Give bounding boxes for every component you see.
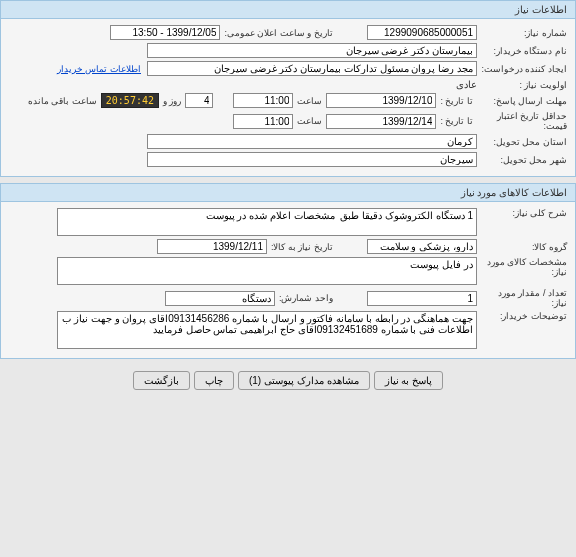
to-date-label-2: تا تاریخ : bbox=[436, 116, 477, 126]
deadline-time-input[interactable] bbox=[233, 93, 293, 108]
back-button[interactable]: بازگشت bbox=[133, 371, 190, 390]
qty-input[interactable] bbox=[367, 291, 477, 306]
notes-label: توضیحات خریدار: bbox=[477, 311, 567, 321]
province-label: استان محل تحویل: bbox=[477, 137, 567, 147]
group-label: گروه کالا: bbox=[477, 242, 567, 252]
attachments-button[interactable]: مشاهده مدارک پیوستی (1) bbox=[238, 371, 370, 390]
goods-panel: اطلاعات کالاهای مورد نیاز شرح کلی نیاز: … bbox=[0, 183, 576, 359]
creator-input[interactable] bbox=[147, 61, 477, 76]
need-date-label: تاریخ نیاز به کالا: bbox=[267, 242, 337, 252]
to-date-label: تا تاریخ : bbox=[436, 96, 477, 106]
time-label-2: ساعت bbox=[293, 116, 326, 126]
deadline-date-input[interactable] bbox=[326, 93, 436, 108]
buyer-org-label: نام دستگاه خریدار: bbox=[477, 46, 567, 56]
min-valid-label: حداقل تاریخ اعتبار قیمت: bbox=[477, 111, 567, 131]
priority-label: اولویت نیاز : bbox=[477, 80, 567, 90]
info-panel-header: اطلاعات نیاز bbox=[1, 1, 575, 19]
creator-label: ایجاد کننده درخواست: bbox=[477, 64, 567, 74]
remain-label: ساعت باقی مانده bbox=[24, 96, 101, 106]
time-label-1: ساعت bbox=[293, 96, 326, 106]
contact-link[interactable]: اطلاعات تماس خریدار bbox=[57, 64, 141, 74]
valid-date-input[interactable] bbox=[326, 114, 436, 129]
day-and-label: روز و bbox=[159, 96, 186, 106]
desc-label: شرح کلی نیاز: bbox=[477, 208, 567, 218]
unit-input[interactable] bbox=[165, 291, 275, 306]
print-button[interactable]: چاپ bbox=[194, 371, 234, 390]
city-label: شهر محل تحویل: bbox=[477, 155, 567, 165]
priority-value: عادی bbox=[456, 79, 477, 90]
buyer-org-input[interactable] bbox=[147, 43, 477, 58]
reply-button[interactable]: پاسخ به نیاز bbox=[374, 371, 444, 390]
province-input[interactable] bbox=[147, 134, 477, 149]
days-remain-input[interactable] bbox=[185, 93, 213, 108]
desc-textarea[interactable] bbox=[57, 208, 477, 236]
req-no-label: شماره نیاز: bbox=[477, 28, 567, 38]
spec-label: مشخصات کالای مورد نیاز: bbox=[477, 257, 567, 277]
goods-panel-header: اطلاعات کالاهای مورد نیاز bbox=[1, 184, 575, 202]
unit-label: واحد شمارش: bbox=[275, 293, 337, 303]
need-date-input[interactable] bbox=[157, 239, 267, 254]
spec-textarea[interactable] bbox=[57, 257, 477, 285]
button-row: پاسخ به نیاز مشاهده مدارک پیوستی (1) چاپ… bbox=[0, 365, 576, 396]
city-input[interactable] bbox=[147, 152, 477, 167]
req-no-input[interactable] bbox=[367, 25, 477, 40]
info-panel: اطلاعات نیاز شماره نیاز: تاریخ و ساعت اع… bbox=[0, 0, 576, 177]
group-input[interactable] bbox=[367, 239, 477, 254]
qty-label: تعداد / مقدار مورد نیاز: bbox=[477, 288, 567, 308]
countdown-timer: 20:57:42 bbox=[101, 93, 159, 108]
pub-dt-label: تاریخ و ساعت اعلان عمومی: bbox=[220, 28, 337, 38]
notes-textarea[interactable] bbox=[57, 311, 477, 349]
deadline-label: مهلت ارسال پاسخ: bbox=[477, 96, 567, 106]
pub-dt-input[interactable] bbox=[110, 25, 220, 40]
valid-time-input[interactable] bbox=[233, 114, 293, 129]
